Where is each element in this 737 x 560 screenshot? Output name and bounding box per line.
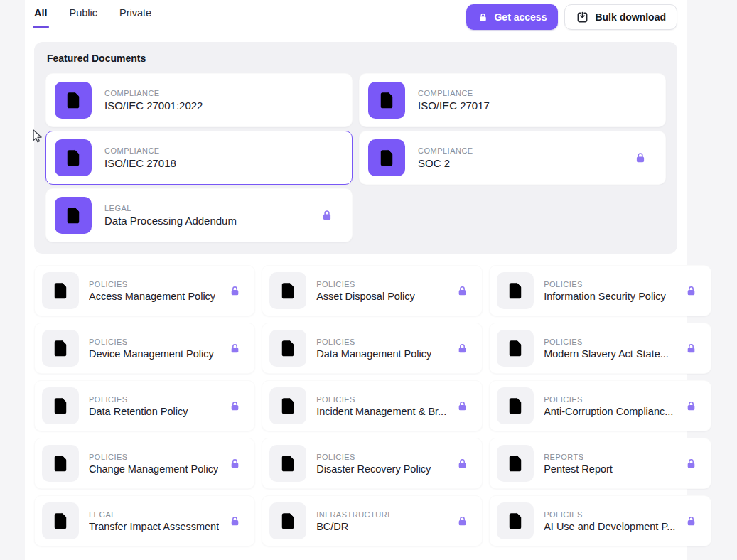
document-category: REPORTS (544, 453, 613, 461)
document-card[interactable]: POLICIESData Management Policy (262, 323, 483, 374)
document-card[interactable]: POLICIESAsset Disposal Policy (262, 265, 483, 316)
lock-icon (478, 12, 488, 23)
document-title: Disaster Recovery Policy (316, 463, 431, 475)
document-title: Asset Disposal Policy (316, 291, 415, 302)
document-category: COMPLIANCE (104, 146, 176, 155)
document-card[interactable]: POLICIESDevice Management Policy (34, 323, 255, 374)
document-card[interactable]: POLICIESChange Management Policy (34, 438, 255, 489)
lock-icon (685, 343, 697, 355)
tab-private[interactable]: Private (119, 7, 151, 28)
document-title: Transfer Impact Assessment (89, 521, 219, 532)
lock-icon (229, 343, 241, 355)
document-title: Data Retention Policy (89, 406, 188, 417)
get-access-label: Get access (494, 11, 547, 23)
document-icon (497, 445, 534, 482)
document-title: Change Management Policy (89, 463, 218, 475)
main-content: All Public Private Get access Bul (25, 0, 687, 560)
document-category: POLICIES (544, 280, 666, 289)
featured-card-iso-27018[interactable]: COMPLIANCE ISO/IEC 27018 (45, 131, 353, 185)
document-card[interactable]: POLICIESAnti-Corruption Complianc... (489, 380, 711, 431)
lock-icon (685, 400, 697, 412)
document-category: LEGAL (89, 510, 219, 519)
document-category: POLICIES (544, 395, 673, 404)
lock-icon (229, 515, 241, 527)
featured-card-iso-27017[interactable]: COMPLIANCE ISO/IEC 27017 (359, 73, 666, 127)
top-bar: All Public Private Get access Bul (34, 4, 677, 30)
lock-icon (229, 285, 241, 297)
tab-all[interactable]: All (34, 7, 48, 28)
lock-icon (456, 515, 468, 527)
featured-documents-heading: Featured Documents (47, 53, 666, 64)
document-icon (55, 82, 92, 119)
featured-card-iso-27001[interactable]: COMPLIANCE ISO/IEC 27001:2022 (45, 73, 353, 127)
lock-icon (456, 400, 468, 412)
document-category: LEGAL (104, 204, 237, 212)
document-icon (269, 272, 306, 309)
tray-download-icon (576, 11, 589, 24)
lock-icon (456, 285, 468, 297)
lock-icon (321, 209, 333, 222)
featured-documents-grid: COMPLIANCE ISO/IEC 27001:2022 COMPLIANCE… (45, 73, 666, 242)
document-title: BC/DR (316, 521, 393, 532)
document-card[interactable]: POLICIESAI Use and Development P... (489, 495, 711, 546)
document-icon (269, 330, 306, 367)
document-icon (55, 197, 92, 234)
document-icon (368, 139, 405, 176)
document-category: POLICIES (89, 395, 188, 404)
document-icon (269, 445, 306, 482)
document-card[interactable]: REPORTSPentest Report (489, 438, 711, 489)
document-category: POLICIES (544, 510, 675, 519)
visibility-tab-list: All Public Private (34, 4, 156, 28)
document-title: Device Management Policy (89, 348, 214, 360)
documents-grid: POLICIESAccess Management PolicyPOLICIES… (34, 265, 677, 546)
bulk-download-button[interactable]: Bulk download (564, 4, 677, 30)
document-card[interactable]: INFRASTRUCTUREBC/DR (262, 495, 483, 546)
document-icon (55, 139, 92, 176)
document-category: POLICIES (89, 453, 218, 461)
bulk-download-label: Bulk download (595, 11, 666, 23)
document-title: Incident Management & Br... (316, 406, 446, 417)
featured-card-data-processing-addendum[interactable]: LEGAL Data Processing Addendum (45, 188, 353, 242)
document-card[interactable]: LEGALTransfer Impact Assessment (34, 495, 255, 546)
document-icon (368, 82, 405, 119)
lock-icon (456, 343, 468, 355)
document-category: POLICIES (316, 453, 431, 461)
document-title: Anti-Corruption Complianc... (544, 406, 673, 417)
header-actions: Get access Bulk download (466, 4, 677, 30)
document-category: COMPLIANCE (418, 89, 490, 97)
document-icon (42, 387, 79, 424)
featured-card-soc-2[interactable]: COMPLIANCE SOC 2 (359, 131, 666, 185)
document-title: SOC 2 (418, 157, 473, 169)
document-title: Data Management Policy (316, 348, 431, 360)
document-category: COMPLIANCE (104, 89, 203, 97)
document-card[interactable]: POLICIESInformation Security Policy (489, 265, 711, 316)
document-icon (42, 272, 79, 309)
document-title: ISO/IEC 27001:2022 (104, 99, 203, 112)
document-category: COMPLIANCE (418, 146, 473, 155)
lock-icon (634, 151, 647, 164)
document-card[interactable]: POLICIESDisaster Recovery Policy (262, 438, 483, 489)
document-category: POLICIES (544, 338, 669, 346)
document-card[interactable]: POLICIESIncident Management & Br... (262, 380, 483, 431)
document-category: POLICIES (89, 338, 214, 346)
document-title: Information Security Policy (544, 291, 666, 302)
document-category: INFRASTRUCTURE (316, 510, 393, 519)
get-access-button[interactable]: Get access (466, 4, 558, 30)
lock-icon (456, 458, 468, 470)
document-card[interactable]: POLICIESAccess Management Policy (34, 265, 255, 316)
lock-icon (229, 400, 241, 412)
lock-icon (685, 458, 697, 470)
lock-icon (685, 285, 697, 297)
document-title: Access Management Policy (89, 291, 215, 302)
document-card[interactable]: POLICIESModern Slavery Act State... (489, 323, 711, 374)
lock-icon (685, 515, 697, 527)
document-icon (42, 330, 79, 367)
document-title: ISO/IEC 27017 (418, 99, 490, 112)
featured-documents-panel: Featured Documents COMPLIANCE ISO/IEC 27… (34, 42, 677, 254)
trust-center-documents-page: { "tabs": [ { "label": "All", "active": … (0, 0, 737, 560)
document-icon (42, 445, 79, 482)
document-card[interactable]: POLICIESData Retention Policy (34, 380, 255, 431)
tab-public[interactable]: Public (70, 7, 98, 28)
lock-icon (229, 458, 241, 470)
document-category: POLICIES (316, 395, 446, 404)
